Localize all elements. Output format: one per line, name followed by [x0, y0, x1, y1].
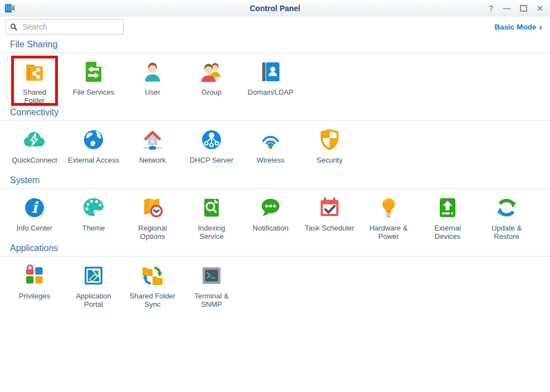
- item-shared-folder-sync[interactable]: Shared Folder Sync: [123, 262, 182, 309]
- item-label: User: [145, 88, 160, 96]
- item-dhcp-server[interactable]: DHCP Server: [182, 126, 241, 173]
- item-external-access[interactable]: External Access: [64, 126, 123, 173]
- user-icon: [139, 58, 166, 85]
- item-application-portal[interactable]: Application Portal: [64, 262, 123, 309]
- item-terminal-snmp[interactable]: Terminal & SNMP: [182, 262, 241, 309]
- domain-ldap-icon: [257, 58, 284, 85]
- sections-container: File Sharing Shared Folder File Services…: [0, 35, 550, 309]
- item-update-restore[interactable]: Update & Restore: [477, 194, 536, 241]
- help-button[interactable]: ?: [489, 4, 494, 12]
- control-panel-window: Control Panel ? — ✕ Basic Mode › File Sh…: [0, 0, 550, 392]
- item-label: Indexing Service: [198, 224, 225, 241]
- item-theme[interactable]: Theme: [64, 194, 123, 241]
- section-items: Shared Folder File Services User Group D…: [0, 53, 550, 105]
- section-header-system: System: [10, 175, 550, 185]
- file-services-icon: [80, 58, 107, 85]
- window-controls: ? — ✕: [489, 0, 543, 17]
- external-access-icon: [80, 126, 107, 153]
- section-file-sharing: File Sharing Shared Folder File Services…: [0, 37, 550, 105]
- titlebar: Control Panel ? — ✕: [0, 0, 550, 17]
- indexing-service-icon: [198, 194, 225, 221]
- item-label: Security: [317, 156, 343, 164]
- item-notification[interactable]: Notification: [241, 194, 300, 241]
- item-group[interactable]: Group: [182, 58, 241, 105]
- item-label: Privileges: [19, 292, 50, 300]
- item-label: Update & Restore: [492, 224, 522, 241]
- application-portal-icon: [80, 262, 107, 289]
- section-items: Privileges Application Portal Shared Fol…: [0, 257, 550, 309]
- shared-folder-sync-icon: [139, 262, 166, 289]
- external-devices-icon: [434, 194, 461, 221]
- item-shared-folder[interactable]: Shared Folder: [5, 58, 64, 105]
- section-header-applications: Applications: [10, 243, 550, 253]
- shared-folder-icon: [21, 58, 48, 85]
- network-icon: [139, 126, 166, 153]
- item-label: Domain/LDAP: [248, 88, 293, 96]
- section-items: iInfo Center Theme Regional Options Inde…: [0, 189, 550, 241]
- item-label: QuickConnect: [12, 156, 57, 164]
- privileges-icon: [21, 262, 48, 289]
- item-privileges[interactable]: Privileges: [5, 262, 64, 309]
- item-label: Terminal & SNMP: [194, 292, 228, 308]
- section-system: System iInfo Center Theme Regional Optio…: [0, 173, 550, 241]
- chevron-right-icon: ›: [539, 23, 542, 31]
- item-user[interactable]: User: [123, 58, 182, 105]
- search-icon: [10, 23, 17, 31]
- item-regional-options[interactable]: Regional Options: [123, 194, 182, 241]
- window-title: Control Panel: [0, 0, 550, 17]
- dhcp-server-icon: [198, 126, 225, 153]
- item-label: Wireless: [257, 156, 284, 164]
- task-scheduler-icon: [316, 194, 343, 221]
- wireless-icon: [257, 126, 284, 153]
- item-task-scheduler[interactable]: Task Scheduler: [300, 194, 359, 241]
- item-label: Shared Folder Sync: [130, 292, 175, 308]
- section-header-connectivity: Connectivity: [10, 107, 550, 117]
- item-label: Notification: [253, 224, 288, 232]
- toolbar-row: Basic Mode ›: [6, 19, 542, 35]
- basic-mode-label: Basic Mode: [494, 23, 536, 31]
- section-header-file-sharing: File Sharing: [10, 40, 550, 50]
- basic-mode-link[interactable]: Basic Mode ›: [494, 23, 542, 31]
- search-input[interactable]: [21, 22, 119, 32]
- item-wireless[interactable]: Wireless: [241, 126, 300, 173]
- item-file-services[interactable]: File Services: [64, 58, 123, 105]
- item-label: External Access: [68, 156, 120, 164]
- close-button[interactable]: ✕: [537, 4, 543, 12]
- quickconnect-icon: [21, 126, 48, 153]
- theme-icon: [80, 194, 107, 221]
- item-domain-ldap[interactable]: Domain/LDAP: [241, 58, 300, 105]
- item-external-devices[interactable]: External Devices: [418, 194, 477, 241]
- minimize-button[interactable]: —: [503, 4, 510, 12]
- item-info-center[interactable]: iInfo Center: [5, 194, 64, 241]
- item-security[interactable]: Security: [300, 126, 359, 173]
- section-items: QuickConnect External Access Network DHC…: [0, 121, 550, 173]
- section-connectivity: Connectivity QuickConnect External Acces…: [0, 105, 550, 173]
- search-box[interactable]: [6, 19, 124, 35]
- item-label: Group: [202, 88, 222, 96]
- item-label: Shared Folder: [23, 88, 46, 105]
- maximize-button[interactable]: [520, 5, 527, 12]
- item-label: DHCP Server: [190, 156, 234, 164]
- item-network[interactable]: Network: [123, 126, 182, 173]
- notification-icon: [257, 194, 284, 221]
- item-indexing-service[interactable]: Indexing Service: [182, 194, 241, 241]
- security-icon: [316, 126, 343, 153]
- item-quickconnect[interactable]: QuickConnect: [5, 126, 64, 173]
- section-applications: Applications Privileges Application Port…: [0, 241, 550, 309]
- item-label: File Services: [73, 88, 114, 96]
- item-label: External Devices: [434, 224, 461, 241]
- info-center-icon: i: [21, 194, 48, 221]
- update-restore-icon: [493, 194, 520, 221]
- item-label: Application Portal: [76, 292, 111, 308]
- item-label: Network: [139, 156, 166, 164]
- group-icon: [198, 58, 225, 85]
- item-label: Info Center: [17, 224, 52, 232]
- terminal-snmp-icon: [198, 262, 225, 289]
- item-hardware-power[interactable]: Hardware & Power: [359, 194, 418, 241]
- item-label: Regional Options: [138, 224, 166, 241]
- hardware-power-icon: [375, 194, 402, 221]
- item-label: Hardware & Power: [370, 224, 408, 241]
- regional-options-icon: [139, 194, 166, 221]
- item-label: Theme: [82, 224, 105, 232]
- item-label: Task Scheduler: [305, 224, 355, 232]
